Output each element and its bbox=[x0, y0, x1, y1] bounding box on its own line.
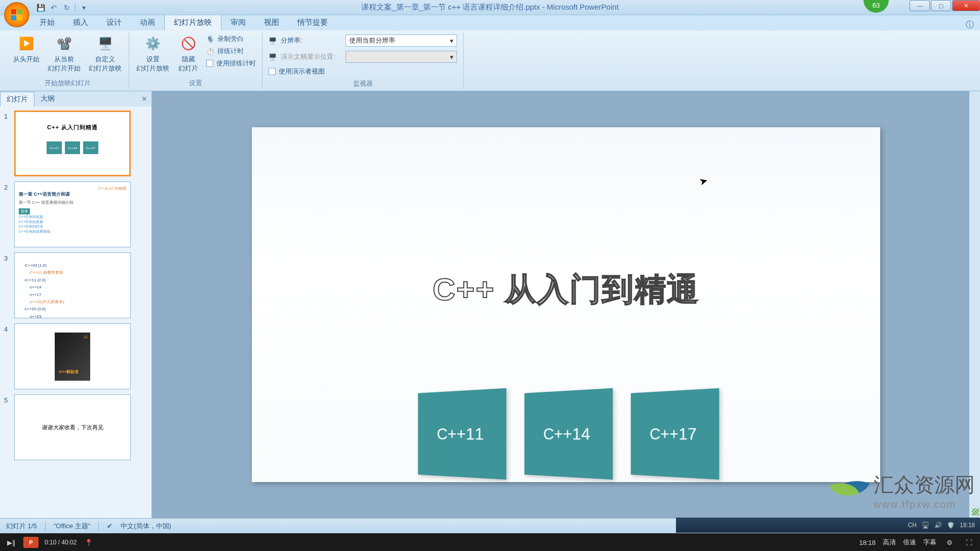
slide-counter: 幻灯片 1/5 bbox=[6, 522, 37, 531]
thumbnails-list[interactable]: 1 C++ 从入门到精通 C++11C++14C++17 2 C++从入门到精通… bbox=[0, 106, 152, 518]
setup-label-1: 设置 bbox=[146, 55, 160, 64]
slide-editor[interactable]: C++ 从入门到精通 C++11 C++14 C++17 bbox=[152, 91, 980, 518]
help-icon[interactable]: ⓘ bbox=[966, 20, 974, 30]
custom-show-icon: 🖥️ bbox=[96, 34, 115, 53]
quick-access-toolbar: 💾 ↶ ↻ ▾ bbox=[35, 3, 89, 13]
thumbnail-4[interactable]: C++新标准 11 bbox=[14, 323, 131, 389]
group-label-monitors: 监视器 bbox=[267, 78, 459, 89]
play-current-icon: 📽️ bbox=[55, 34, 73, 53]
tab-review[interactable]: 审阅 bbox=[221, 15, 255, 30]
theme-name: "Office 主题" bbox=[54, 522, 91, 531]
play-icon: ▶️ bbox=[17, 34, 35, 53]
chevron-down-icon: ▾ bbox=[450, 53, 454, 61]
watermark-logo-icon bbox=[824, 473, 870, 508]
tab-design[interactable]: 设计 bbox=[97, 15, 131, 30]
watermark: 汇众资源网 www.tfpxw.com bbox=[824, 471, 975, 510]
thumb-number: 4 bbox=[4, 323, 14, 389]
group-label-start: 开始放映幻灯片 bbox=[10, 78, 125, 89]
video-clock: 18:18 bbox=[859, 539, 876, 546]
chapter-button[interactable]: 📍 bbox=[83, 536, 95, 548]
ribbon-group-setup: ⚙️ 设置 幻灯片放映 🚫 隐藏 幻灯片 🎙️ 录制旁白 ⏱️ 排练计时 bbox=[129, 32, 262, 89]
tab-storyboard[interactable]: 情节提要 bbox=[288, 15, 337, 30]
rehearse-timings-button[interactable]: ⏱️ 排练计时 bbox=[206, 47, 256, 56]
settings-icon[interactable]: ⚙ bbox=[944, 536, 956, 548]
chevron-down-icon: ▾ bbox=[450, 37, 454, 45]
tab-home[interactable]: 开始 bbox=[30, 15, 64, 30]
spell-check-icon[interactable]: ✔ bbox=[107, 522, 112, 530]
tab-insert[interactable]: 插入 bbox=[64, 15, 97, 30]
thumbnail-2[interactable]: C++从入门到精通 第一章 C++语言简介和课 第一节 C++ 语言课程详细介绍… bbox=[14, 181, 131, 247]
tray-clock[interactable]: 18:18 bbox=[960, 522, 975, 529]
current-slide[interactable]: C++ 从入门到精通 C++11 C++14 C++17 bbox=[252, 127, 880, 482]
use-timings-checkbox[interactable]: 使用排练计时 bbox=[206, 59, 256, 68]
thumb-item-2: 2 C++从入门到精通 第一章 C++语言简介和课 第一节 C++ 语言课程详细… bbox=[4, 181, 147, 247]
from-beginning-button[interactable]: ▶️ 从头开始 bbox=[10, 32, 43, 66]
thumbnail-1[interactable]: C++ 从入门到精通 C++11C++14C++17 bbox=[14, 111, 131, 176]
thumb-number: 2 bbox=[4, 181, 14, 247]
monitor-icon: 🖥️ bbox=[269, 37, 277, 45]
resolution-value: 使用当前分辨率 bbox=[349, 36, 395, 45]
tray-lang-icon[interactable]: CH bbox=[908, 522, 917, 529]
setup-icon: ⚙️ bbox=[144, 34, 162, 53]
timer-icon: ⏱️ bbox=[206, 48, 214, 55]
redo-icon[interactable]: ↻ bbox=[62, 3, 72, 13]
hide-icon: 🚫 bbox=[179, 34, 198, 53]
window-controls: — ▢ ✕ bbox=[909, 0, 980, 11]
subtitle-button[interactable]: 字幕 bbox=[923, 538, 936, 547]
custom-show-button[interactable]: 🖥️ 自定义 幻灯片放映 bbox=[86, 32, 125, 75]
hide-slide-button[interactable]: 🚫 隐藏 幻灯片 bbox=[174, 32, 202, 75]
slide-panel: 幻灯片 大纲 ✕ 1 C++ 从入门到精通 C++11C++14C++17 2 … bbox=[0, 91, 152, 518]
resolution-dropdown[interactable]: 使用当前分辨率 ▾ bbox=[346, 34, 457, 47]
tray-icon[interactable]: 🖥️ bbox=[922, 522, 929, 529]
play-pause-button[interactable]: ▶‖ bbox=[5, 536, 17, 548]
close-button[interactable]: ✕ bbox=[952, 0, 980, 11]
presenter-view-label: 使用演示者视图 bbox=[279, 67, 325, 76]
performance-badge: 63 bbox=[863, 0, 889, 13]
fullscreen-icon[interactable]: ⛶ bbox=[963, 536, 975, 548]
slide-title-text: C++ 从入门到精通 bbox=[433, 268, 699, 311]
main-area: 幻灯片 大纲 ✕ 1 C++ 从入门到精通 C++11C++14C++17 2 … bbox=[0, 91, 980, 518]
undo-icon[interactable]: ↶ bbox=[49, 3, 59, 13]
record-narration-button[interactable]: 🎙️ 录制旁白 bbox=[206, 34, 256, 44]
thumb-item-5: 5 谢谢大家收看，下次再见 bbox=[4, 394, 147, 460]
thumbnail-3[interactable]: ·C++03 (1.0) ·C++11:颠覆性更新 ·c++11 (2.0) ·… bbox=[14, 252, 131, 318]
title-bar: 💾 ↶ ↻ ▾ 课程文案_第一章_第一节 c++ 语言课程详细介绍.pptx -… bbox=[0, 0, 980, 15]
ribbon: ▶️ 从头开始 📽️ 从当前 幻灯片开始 🖥️ 自定义 幻灯片放映 开始放映幻灯… bbox=[0, 30, 980, 91]
video-time: 0:10 / 40:02 bbox=[45, 539, 77, 546]
powerpoint-taskbar-icon[interactable]: P bbox=[23, 537, 39, 548]
minimize-button[interactable]: — bbox=[910, 0, 930, 11]
group-label-setup: 设置 bbox=[133, 78, 258, 89]
ribbon-group-start-show: ▶️ 从头开始 📽️ 从当前 幻灯片开始 🖥️ 自定义 幻灯片放映 开始放映幻灯… bbox=[6, 32, 129, 89]
language-indicator[interactable]: 中文(简体，中国) bbox=[121, 522, 171, 531]
use-timings-label: 使用排练计时 bbox=[216, 59, 256, 68]
maximize-button[interactable]: ▢ bbox=[931, 0, 951, 11]
speed-button[interactable]: 倍速 bbox=[903, 538, 916, 547]
thumbnail-5[interactable]: 谢谢大家收看，下次再见 bbox=[14, 394, 131, 460]
outline-tab[interactable]: 大纲 bbox=[34, 92, 61, 106]
thumb-number: 3 bbox=[4, 252, 14, 318]
narration-label: 录制旁白 bbox=[217, 34, 244, 44]
hd-button[interactable]: 高清 bbox=[883, 538, 896, 547]
from-current-button[interactable]: 📽️ 从当前 幻灯片开始 bbox=[45, 32, 84, 75]
hide-label-1: 隐藏 bbox=[182, 55, 195, 64]
tab-animations[interactable]: 动画 bbox=[131, 15, 164, 30]
vertical-scrollbar[interactable] bbox=[969, 91, 980, 518]
presenter-view-checkbox[interactable]: 使用演示者视图 bbox=[269, 67, 457, 76]
panel-close-icon[interactable]: ✕ bbox=[141, 95, 147, 103]
tray-icon[interactable]: 🛡️ bbox=[947, 522, 955, 529]
slides-tab[interactable]: 幻灯片 bbox=[0, 92, 34, 106]
display-icon: 🖥️ bbox=[269, 53, 277, 61]
cpp14-box: C++14 bbox=[524, 388, 613, 480]
setup-label-2: 幻灯片放映 bbox=[136, 64, 169, 73]
office-button[interactable] bbox=[4, 2, 29, 27]
hide-label-2: 幻灯片 bbox=[178, 64, 198, 73]
office-logo-icon bbox=[11, 9, 22, 20]
setup-show-button[interactable]: ⚙️ 设置 幻灯片放映 bbox=[133, 32, 172, 75]
tab-slideshow[interactable]: 幻灯片放映 bbox=[164, 14, 221, 30]
tray-icon[interactable]: 🔊 bbox=[934, 522, 942, 529]
thumb-number: 1 bbox=[4, 111, 14, 176]
save-icon[interactable]: 💾 bbox=[35, 3, 46, 13]
show-on-label: 演示文稿显示位置: bbox=[281, 52, 342, 61]
qat-dropdown-icon[interactable]: ▾ bbox=[79, 3, 89, 13]
tab-view[interactable]: 视图 bbox=[255, 15, 288, 30]
